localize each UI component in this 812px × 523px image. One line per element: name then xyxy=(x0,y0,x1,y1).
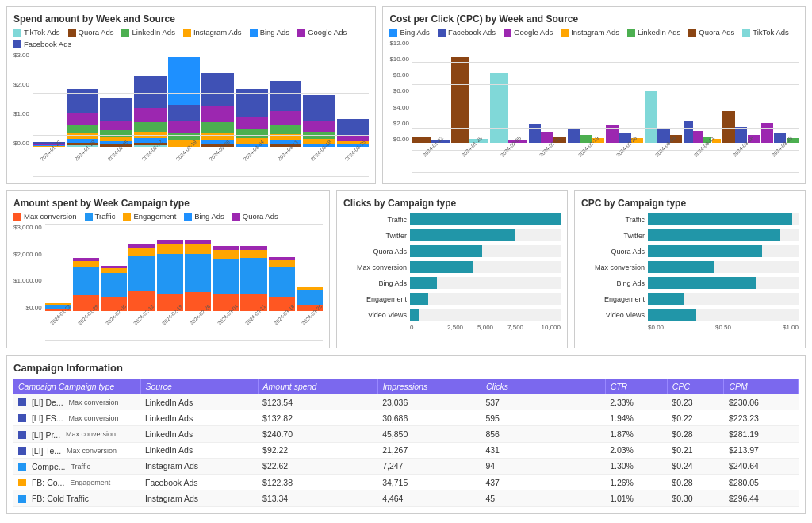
ctr-2: 1.94% xyxy=(605,410,667,426)
spend-7: $13.34 xyxy=(258,490,377,506)
source-3: LinkedIn Ads xyxy=(140,426,258,442)
clicks-3: 856 xyxy=(481,426,542,442)
ctr-5: 1.30% xyxy=(605,458,667,474)
charts-row2: Amount spent by Week Campaign type Max c… xyxy=(6,190,806,348)
cpc-row-twitter: Twitter xyxy=(581,229,799,241)
cpc-legend: Bing Ads Facebook Ads Google Ads Instagr… xyxy=(389,28,799,37)
legend-tiktok: TikTok Ads xyxy=(13,28,60,37)
cpc-row-quora: Quora Ads xyxy=(581,245,799,257)
cpc-row-engagement: Engagement xyxy=(581,293,799,305)
impressions-6: 34,715 xyxy=(377,475,481,490)
amount-campaign-bars xyxy=(45,224,324,311)
empty-6 xyxy=(542,475,605,490)
table-row: [LI] FS... Max conversion LinkedIn Ads $… xyxy=(13,410,799,426)
table-row: FB: Co... Engagement Facebook Ads $122.3… xyxy=(13,475,799,490)
impressions-4: 21,267 xyxy=(377,442,481,458)
impressions-2: 30,686 xyxy=(377,410,481,426)
col-empty xyxy=(542,379,605,394)
clicks-7: 45 xyxy=(481,490,542,506)
clicks-row-video: Video Views xyxy=(343,309,561,321)
cpm-6: $280.05 xyxy=(724,475,799,490)
ctr-6: 1.26% xyxy=(605,475,667,490)
cpc-row-video: Video Views xyxy=(581,309,799,321)
col-ctr: CTR xyxy=(605,379,667,394)
col-clicks: Clicks xyxy=(481,379,542,394)
campaign-name-2: [LI] FS... Max conversion xyxy=(13,410,140,426)
cpc-legend-facebook: Facebook Ads xyxy=(438,28,496,37)
clicks-hbars: Traffic Twitter Quora Ads Max conversion… xyxy=(343,213,561,321)
spend-3: $240.70 xyxy=(258,426,377,442)
cpm-1: $230.06 xyxy=(724,394,799,410)
table-row: [LI] Te... Max conversion LinkedIn Ads $… xyxy=(13,442,799,458)
cpc-by-campaign-chart: CPC by Campaign type Traffic Twitter Quo… xyxy=(574,190,806,348)
spend-6: $122.38 xyxy=(258,475,377,490)
amount-campaign-xlabels: 2024-01-22 2024-01-29 2024-02-05 2024-02… xyxy=(45,313,324,341)
col-spend: Amount spend xyxy=(258,379,377,394)
cpm-5: $240.64 xyxy=(724,458,799,474)
clicks-row-traffic: Traffic xyxy=(343,213,561,225)
legend-google: Google Ads xyxy=(297,28,347,37)
cpc-legend-google: Google Ads xyxy=(504,28,553,37)
clicks-row-engagement: Engagement xyxy=(343,293,561,305)
clicks-2: 595 xyxy=(481,410,542,426)
clicks-xlabels: 0 2,500 5,000 7,500 10,000 xyxy=(410,324,561,331)
empty-2 xyxy=(542,410,605,426)
empty-5 xyxy=(542,458,605,474)
cpm-7: $296.44 xyxy=(724,490,799,506)
cpc-legend-bing: Bing Ads xyxy=(389,28,430,37)
ctr-4: 2.03% xyxy=(605,442,667,458)
spend-legend: TikTok Ads Quora Ads LinkedIn Ads Instag… xyxy=(13,28,369,48)
impressions-1: 23,036 xyxy=(377,394,481,410)
legend-instagram: Instagram Ads xyxy=(183,28,242,37)
ctr-7: 1.01% xyxy=(605,490,667,506)
campaign-name-1: [LI] De... Max conversion xyxy=(13,394,140,410)
legend-facebook: Facebook Ads xyxy=(13,40,71,48)
table-row: [LI] Pr... Max conversion LinkedIn Ads $… xyxy=(13,426,799,442)
cpc-4: $0.21 xyxy=(667,442,724,458)
spend-xlabels: 2024-01-22 2024-01-29 2024-02-05 2024-02… xyxy=(33,148,369,177)
source-2: LinkedIn Ads xyxy=(140,410,258,426)
cpc-legend-tiktok: TikTok Ads xyxy=(742,28,789,37)
impressions-7: 4,464 xyxy=(377,490,481,506)
source-6: Facebook Ads xyxy=(140,475,258,490)
spend-bars xyxy=(33,52,369,147)
cpm-2: $223.23 xyxy=(724,410,799,426)
col-campaign: Campaign Campaign type xyxy=(13,379,140,394)
impressions-3: 45,850 xyxy=(377,426,481,442)
clicks-row-maxconv: Max conversion xyxy=(343,261,561,273)
spend-2: $132.82 xyxy=(258,410,377,426)
col-cpc: CPC xyxy=(667,379,724,394)
col-cpm: CPM xyxy=(724,379,799,394)
clicks-by-campaign-chart: Clicks by Campaign type Traffic Twitter … xyxy=(336,190,568,348)
clicks-1: 537 xyxy=(481,394,542,410)
cpc-bars xyxy=(412,40,799,143)
campaign-table-section: Campaign Information Campaign Campaign t… xyxy=(6,355,806,514)
empty-4 xyxy=(542,442,605,458)
cpm-4: $213.97 xyxy=(724,442,799,458)
table-header-row: Campaign Campaign type Source Amount spe… xyxy=(13,379,799,394)
clicks-6: 437 xyxy=(481,475,542,490)
table-row: Compe... Traffic Instagram Ads $22.62 7,… xyxy=(13,458,799,474)
cpc-5: $0.24 xyxy=(667,458,724,474)
clicks-row-quora: Quora Ads xyxy=(343,245,561,257)
cpc-2: $0.22 xyxy=(667,410,724,426)
clicks-campaign-title: Clicks by Campaign type xyxy=(343,198,561,209)
empty-1 xyxy=(542,394,605,410)
spend-1: $123.54 xyxy=(258,394,377,410)
empty-3 xyxy=(542,426,605,442)
amount-by-campaign-chart: Amount spent by Week Campaign type Max c… xyxy=(6,190,330,348)
cpc-legend-quora: Quora Ads xyxy=(688,28,734,37)
clicks-row-bing: Bing Ads xyxy=(343,277,561,289)
cpm-3: $281.19 xyxy=(724,426,799,442)
campaign-name-7: FB: Cold Traffic xyxy=(13,490,140,506)
amount-campaign-title: Amount spent by Week Campaign type xyxy=(13,198,323,209)
cpc-hbars: Traffic Twitter Quora Ads Max conversion… xyxy=(581,213,799,321)
cpc-xlabels: 2024-01-22 2024-01-29 2024-02-05 2024-02… xyxy=(412,144,799,173)
legend-bing: Bing Ads xyxy=(250,28,290,37)
spend-chart-title: Spend amount by Week and Source xyxy=(13,13,369,25)
cpc-row-traffic: Traffic xyxy=(581,213,799,225)
charts-row1: Spend amount by Week and Source TikTok A… xyxy=(6,6,806,184)
campaign-name-6: FB: Co... Engagement xyxy=(13,475,140,490)
cpc-legend-instagram: Instagram Ads xyxy=(561,28,619,37)
clicks-row-twitter: Twitter xyxy=(343,229,561,241)
